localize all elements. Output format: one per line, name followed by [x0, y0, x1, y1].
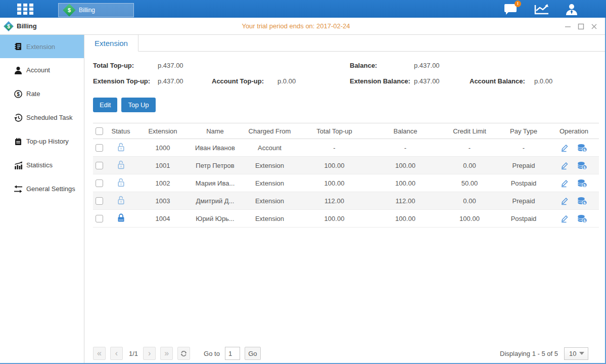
extension-cell: 1003 [136, 192, 190, 210]
edit-extension-icon[interactable] [561, 179, 569, 188]
trial-notice: Your trial period ends on: 2017-02-24 [0, 22, 592, 30]
row-checkbox[interactable] [96, 144, 103, 152]
credit-limit-cell: 0.00 [441, 157, 498, 174]
top-up-extension-icon[interactable]: $ [577, 197, 587, 205]
sidebar-item-general-settings[interactable]: General Settings [0, 177, 84, 201]
extension-cell: 1000 [136, 139, 190, 157]
credit-limit-cell: 100.00 [441, 210, 498, 228]
sidebar-item-scheduled-task[interactable]: Scheduled Task [0, 106, 84, 129]
sidebar-item-label: Scheduled Task [26, 114, 73, 121]
table-header-row: Status Extension Name Charged From Total… [93, 123, 599, 139]
tab-extension[interactable]: Extension [84, 35, 138, 52]
taskbar-tab-billing[interactable]: $ Billing [58, 3, 134, 17]
prev-page-button[interactable]: ‹ [110, 347, 123, 360]
account-balance-value: p.0.00 [534, 77, 598, 85]
displaying-info: Displaying 1 - 5 of 5 [500, 350, 558, 357]
table-row: 1001Петр ПетровExtension100.00100.000.00… [93, 157, 599, 174]
top-up-extension-icon[interactable]: $ [577, 179, 587, 188]
col-balance: Balance [370, 123, 441, 139]
balance-label: Balance: [350, 62, 414, 69]
window-titlebar: $ Billing Your trial period ends on: 201… [0, 18, 605, 35]
credit-limit-cell: 0.00 [441, 192, 498, 210]
top-up-button[interactable]: Top Up [121, 98, 155, 112]
sidebar-item-extension[interactable]: Extension [0, 35, 84, 58]
sidebar-item-label: Top-up History [26, 138, 69, 145]
first-page-button[interactable]: « [93, 347, 106, 360]
table-row: 1004Юрий Юрь...Extension100.00100.00100.… [93, 210, 599, 228]
taskbar: $ Billing ! [0, 0, 606, 18]
svg-text:$: $ [17, 92, 20, 97]
refresh-button[interactable] [177, 347, 190, 360]
charged-from-cell: Extension [241, 174, 299, 192]
go-button[interactable]: Go [245, 347, 261, 360]
edit-extension-icon[interactable] [561, 161, 569, 170]
name-cell: Юрий Юрь... [190, 210, 241, 228]
balance-cell: 100.00 [370, 157, 441, 174]
balance-cell: 112.00 [370, 192, 441, 210]
status-cell [106, 192, 136, 210]
last-page-button[interactable]: » [160, 347, 173, 360]
pay-type-cell: - [498, 139, 549, 157]
top-up-extension-icon[interactable]: $ [577, 214, 587, 223]
minimize-button[interactable] [564, 22, 572, 30]
edit-button[interactable]: Edit [93, 98, 117, 112]
extension-cell: 1001 [136, 157, 190, 174]
goto-page-input[interactable] [225, 347, 240, 360]
edit-extension-icon[interactable] [561, 144, 569, 152]
row-checkbox[interactable] [96, 215, 103, 222]
account-topup-value: p.0.00 [277, 77, 350, 85]
extension-topup-label: Extension Top-up: [93, 77, 158, 85]
balance-cell: 100.00 [370, 210, 441, 228]
sidebar-item-account[interactable]: Account [0, 58, 84, 82]
close-button[interactable] [590, 22, 598, 30]
sidebar-item-statistics[interactable]: Statistics [0, 153, 84, 177]
svg-text:$: $ [583, 147, 586, 152]
account-topup-label: Account Top-up: [212, 77, 277, 85]
maximize-button[interactable] [577, 22, 585, 30]
top-up-extension-icon[interactable]: $ [577, 144, 587, 152]
total-topup-cell: 112.00 [299, 192, 370, 210]
row-checkbox[interactable] [96, 197, 103, 205]
scheduled-task-icon [14, 114, 22, 122]
sidebar-item-label: Extension [26, 43, 55, 51]
select-all-checkbox[interactable] [96, 127, 103, 135]
total-topup-cell: - [299, 139, 370, 157]
row-checkbox[interactable] [96, 179, 103, 187]
sidebar-item-rate[interactable]: $ Rate [0, 82, 84, 106]
billing-summary: Total Top-up: p.437.00 Balance: p.437.00… [93, 58, 598, 89]
statistics-chart-icon[interactable] [534, 3, 548, 15]
name-cell: Петр Петров [190, 157, 241, 174]
window-title: Billing [17, 22, 37, 30]
col-charged-from: Charged From [241, 123, 299, 139]
svg-text:$: $ [583, 218, 586, 222]
edit-extension-icon[interactable] [561, 214, 569, 223]
sidebar-item-topup-history[interactable]: Top-up History [0, 129, 84, 153]
page-size-select[interactable]: 10 [564, 347, 588, 360]
pay-type-cell: Prepaid [498, 192, 549, 210]
billing-window-icon: $ [4, 21, 14, 31]
pay-type-cell: Prepaid [498, 157, 549, 174]
unlocked-icon [117, 160, 125, 169]
extension-icon [14, 42, 22, 51]
status-cell [106, 139, 136, 157]
extension-topup-value: p.437.00 [158, 77, 212, 85]
extensions-table: Status Extension Name Charged From Total… [93, 123, 599, 228]
balance-cell: - [370, 139, 441, 157]
col-status: Status [106, 123, 136, 139]
top-up-extension-icon[interactable]: $ [577, 161, 587, 170]
pagination-bar: « ‹ 1/1 › » Go to Go Displaying 1 - 5 of… [93, 347, 598, 360]
notifications-icon[interactable]: ! [503, 3, 518, 15]
page-size-value: 10 [569, 350, 576, 357]
pay-type-cell: Postpaid [498, 210, 549, 228]
general-settings-icon [14, 185, 22, 193]
row-checkbox[interactable] [96, 162, 103, 169]
total-topup-cell: 100.00 [299, 174, 370, 192]
balance-value: p.437.00 [414, 62, 470, 69]
user-account-icon[interactable] [565, 3, 579, 15]
edit-extension-icon[interactable] [561, 197, 569, 205]
apps-grid-icon[interactable] [17, 4, 33, 15]
rate-icon: $ [14, 90, 22, 98]
next-page-button[interactable]: › [143, 347, 156, 360]
notification-badge: ! [515, 1, 521, 7]
col-pay-type: Pay Type [498, 123, 549, 139]
